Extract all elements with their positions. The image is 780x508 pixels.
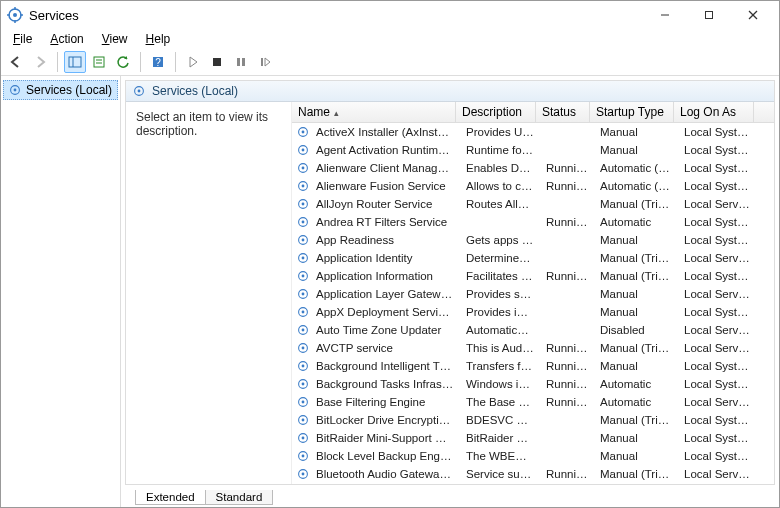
arrow-right-icon [33, 55, 47, 69]
body: Services (Local) Services (Local) Select… [1, 76, 779, 507]
tree-root-item[interactable]: Services (Local) [3, 80, 118, 100]
services-rows[interactable]: ActiveX Installer (AxInstSV)Provides Use… [292, 123, 774, 484]
col-status[interactable]: Status [536, 102, 590, 122]
properties-button[interactable] [88, 51, 110, 73]
close-icon [748, 10, 758, 20]
gear-icon [296, 431, 310, 445]
service-log-on-as: Local System [678, 144, 758, 156]
gear-icon [296, 233, 310, 247]
service-name: Background Tasks Infrastruc... [310, 378, 460, 390]
gear-icon [296, 377, 310, 391]
tab-extended[interactable]: Extended [135, 490, 206, 505]
gear-icon [296, 359, 310, 373]
service-row[interactable]: Andrea RT Filters ServiceRunningAutomati… [292, 213, 774, 231]
service-row[interactable]: Auto Time Zone UpdaterAutomaticall...Dis… [292, 321, 774, 339]
service-description: Transfers file... [460, 360, 540, 372]
services-list[interactable]: Name▴ Description Status Startup Type Lo… [291, 102, 774, 484]
service-row[interactable]: Base Filtering EngineThe Base Filt...Run… [292, 393, 774, 411]
service-row[interactable]: AppX Deployment Service (A...Provides in… [292, 303, 774, 321]
service-row[interactable]: App ReadinessGets apps re...ManualLocal … [292, 231, 774, 249]
gear-icon [296, 449, 310, 463]
service-row[interactable]: Background Tasks Infrastruc...Windows in… [292, 375, 774, 393]
service-row[interactable]: Application IdentityDetermines ...Manual… [292, 249, 774, 267]
service-row[interactable]: BitRaider Mini-Support Serv...BitRaider … [292, 429, 774, 447]
service-row[interactable]: ActiveX Installer (AxInstSV)Provides Use… [292, 123, 774, 141]
service-row[interactable]: Application InformationFacilitates th...… [292, 267, 774, 285]
service-row[interactable]: Background Intelligent Tran...Transfers … [292, 357, 774, 375]
service-description: Determines ... [460, 252, 540, 264]
show-hide-tree-button[interactable] [64, 51, 86, 73]
service-row[interactable]: AVCTP serviceThis is Audio...RunningManu… [292, 339, 774, 357]
refresh-button[interactable] [112, 51, 134, 73]
gear-icon [296, 413, 310, 427]
pause-service-button[interactable] [230, 51, 252, 73]
restart-service-button[interactable] [254, 51, 276, 73]
pane-title: Services (Local) [152, 84, 238, 98]
gear-icon [296, 179, 310, 193]
menu-view[interactable]: View [94, 30, 136, 48]
service-row[interactable]: Bluetooth Support ServiceThe Bluetoo...R… [292, 483, 774, 484]
gear-icon [296, 287, 310, 301]
window-title: Services [29, 8, 79, 23]
menu-file[interactable]: File [5, 30, 40, 48]
service-row[interactable]: AllJoyn Router ServiceRoutes AllJo...Man… [292, 195, 774, 213]
svg-rect-10 [69, 57, 81, 67]
service-name: Application Layer Gateway S... [310, 288, 460, 300]
service-startup-type: Disabled [594, 324, 678, 336]
menu-action[interactable]: Action [42, 30, 91, 48]
main-inner: Services (Local) Select an item to view … [125, 80, 775, 485]
back-button[interactable] [5, 51, 27, 73]
service-name: Application Identity [310, 252, 460, 264]
svg-point-50 [302, 347, 305, 350]
service-description: Automaticall... [460, 324, 540, 336]
gear-icon [8, 83, 22, 97]
service-startup-type: Manual (Trigg... [594, 468, 678, 480]
col-startup-type[interactable]: Startup Type [590, 102, 674, 122]
close-button[interactable] [731, 1, 775, 29]
service-name: App Readiness [310, 234, 460, 246]
svg-rect-12 [94, 57, 104, 67]
service-startup-type: Manual (Trigg... [594, 270, 678, 282]
col-description[interactable]: Description [456, 102, 536, 122]
service-description: Runtime for ... [460, 144, 540, 156]
menubar: File Action View Help [1, 29, 779, 49]
svg-point-54 [302, 383, 305, 386]
services-window: Services File Action View Help ? [0, 0, 780, 508]
description-panel: Select an item to view its description. [126, 102, 291, 484]
service-row[interactable]: Alienware Client Manageme...Enables Dell… [292, 159, 774, 177]
tree-pane[interactable]: Services (Local) [1, 76, 121, 507]
minimize-button[interactable] [643, 1, 687, 29]
service-startup-type: Manual [594, 234, 678, 246]
tree-root-label: Services (Local) [26, 83, 112, 97]
service-status: Running [540, 180, 594, 192]
gear-icon [296, 143, 310, 157]
svg-point-46 [302, 311, 305, 314]
maximize-button[interactable] [687, 1, 731, 29]
col-name[interactable]: Name▴ [292, 102, 456, 122]
svg-point-24 [138, 90, 141, 93]
menu-help[interactable]: Help [138, 30, 179, 48]
col-log-on-as[interactable]: Log On As [674, 102, 754, 122]
forward-button[interactable] [29, 51, 51, 73]
toolbar-separator [175, 52, 176, 72]
service-description: Service supp... [460, 468, 540, 480]
service-row[interactable]: BitLocker Drive Encryption S...BDESVC ho… [292, 411, 774, 429]
service-row[interactable]: Bluetooth Audio Gateway Se...Service sup… [292, 465, 774, 483]
service-row[interactable]: Block Level Backup Engine S...The WBENGI… [292, 447, 774, 465]
service-name: AllJoyn Router Service [310, 198, 460, 210]
service-name: BitRaider Mini-Support Serv... [310, 432, 460, 444]
service-description: BitRaider He... [460, 432, 540, 444]
tab-standard[interactable]: Standard [205, 490, 274, 505]
service-row[interactable]: Alienware Fusion ServiceAllows to co...R… [292, 177, 774, 195]
svg-text:?: ? [155, 57, 161, 68]
service-row[interactable]: Application Layer Gateway S...Provides s… [292, 285, 774, 303]
svg-rect-18 [237, 58, 240, 66]
stop-service-button[interactable] [206, 51, 228, 73]
service-startup-type: Manual [594, 126, 678, 138]
help-button[interactable]: ? [147, 51, 169, 73]
start-service-button[interactable] [182, 51, 204, 73]
service-row[interactable]: Agent Activation Runtime_a...Runtime for… [292, 141, 774, 159]
svg-point-26 [302, 131, 305, 134]
service-startup-type: Manual (Trigg... [594, 342, 678, 354]
svg-point-36 [302, 221, 305, 224]
